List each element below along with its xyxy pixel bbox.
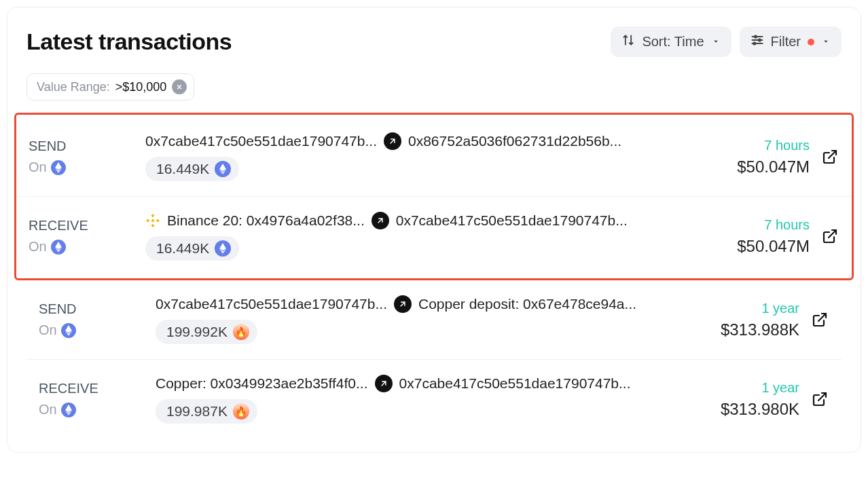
usd-value: $313.988K <box>691 320 799 339</box>
from-address[interactable]: Binance 20: 0x4976a4a02f38... <box>167 212 365 229</box>
chain-indicator: On <box>39 402 147 417</box>
from-address[interactable]: 0x7cabe417c50e551dae1790747b... <box>145 133 377 149</box>
external-link-button[interactable] <box>818 149 842 165</box>
svg-rect-9 <box>156 219 160 222</box>
transaction-row: SEND On 0x7cabe417c50e551dae1790747b... … <box>16 117 852 197</box>
filter-active-indicator <box>808 39 814 45</box>
external-link-button[interactable] <box>818 228 842 244</box>
eth-token-icon <box>215 240 231 257</box>
active-filters-row: Value Range: >$10,000 <box>26 73 842 100</box>
filter-button[interactable]: Filter <box>740 26 842 57</box>
page-title: Latest transactions <box>26 29 232 55</box>
transactions-card: Latest transactions Sort: Time <box>7 7 861 453</box>
highlighted-transactions: SEND On 0x7cabe417c50e551dae1790747b... … <box>14 113 854 280</box>
external-link-button[interactable] <box>808 312 832 328</box>
sliders-icon <box>751 33 764 50</box>
from-address[interactable]: Copper: 0x0349923ae2b35ff4f0... <box>156 375 368 392</box>
value-column: 7 hours $50.047M <box>701 138 810 176</box>
header-row: Latest transactions Sort: Time <box>26 26 842 57</box>
ethereum-icon <box>51 240 66 255</box>
fire-token-icon: 🔥 <box>233 324 249 340</box>
chevron-down-icon <box>711 34 721 50</box>
time-ago: 7 hours <box>701 217 810 233</box>
time-ago: 7 hours <box>701 138 810 153</box>
time-ago: 1 year <box>691 380 799 396</box>
svg-point-1 <box>754 35 756 37</box>
eth-token-icon <box>215 161 231 177</box>
value-column: 1 year $313.988K <box>691 301 799 339</box>
transaction-row: RECEIVE On Binance 20: 0x4976a4a02f38... <box>16 197 852 276</box>
svg-point-3 <box>758 39 760 41</box>
header-actions: Sort: Time Filter <box>611 26 842 57</box>
transaction-type: SEND <box>39 301 147 317</box>
chain-indicator: On <box>39 322 147 338</box>
sort-icon <box>621 33 635 50</box>
amount-value: 199.992K <box>166 324 228 340</box>
transaction-type-column: RECEIVE On <box>39 381 147 417</box>
address-line: Copper: 0x0349923ae2b35ff4f0... 0x7cabe4… <box>156 375 683 392</box>
address-line: Binance 20: 0x4976a4a02f38... 0x7cabe417… <box>145 212 693 229</box>
amount-value: 16.449K <box>156 161 209 177</box>
to-address[interactable]: 0x86752a5036f062731d22b56b... <box>408 133 621 149</box>
addresses-column: 0x7cabe417c50e551dae1790747b... Copper d… <box>156 295 683 344</box>
chevron-down-icon <box>821 34 831 50</box>
ethereum-icon <box>51 160 66 175</box>
transaction-type: RECEIVE <box>29 218 137 233</box>
ethereum-icon <box>61 403 76 417</box>
chain-label: On <box>29 239 47 255</box>
chain-label: On <box>39 322 57 338</box>
binance-icon <box>145 213 160 228</box>
sort-button[interactable]: Sort: Time <box>611 26 731 57</box>
transaction-type: SEND <box>29 138 137 154</box>
svg-rect-8 <box>146 219 149 222</box>
amount-pill: 16.449K <box>145 157 239 181</box>
amount-pill: 16.449K <box>145 236 239 261</box>
value-range-filter-chip[interactable]: Value Range: >$10,000 <box>26 73 194 100</box>
usd-value: $313.980K <box>691 400 799 419</box>
amount-value: 199.987K <box>166 403 228 419</box>
to-address[interactable]: 0x7cabe417c50e551dae1790747b... <box>399 375 631 392</box>
arrow-icon <box>394 295 412 313</box>
addresses-column: 0x7cabe417c50e551dae1790747b... 0x86752a… <box>145 132 693 181</box>
transaction-type: RECEIVE <box>39 381 147 396</box>
svg-rect-7 <box>151 224 154 227</box>
chain-label: On <box>39 402 57 417</box>
time-ago: 1 year <box>691 301 799 316</box>
transaction-row: SEND On 0x7cabe417c50e551dae1790747b... … <box>26 280 842 360</box>
value-column: 7 hours $50.047M <box>701 217 810 256</box>
chain-label: On <box>29 160 47 175</box>
remove-filter-icon[interactable] <box>172 79 187 94</box>
svg-point-5 <box>753 42 755 44</box>
chain-indicator: On <box>29 160 137 175</box>
arrow-icon <box>384 132 401 150</box>
transaction-type-column: RECEIVE On <box>29 218 137 255</box>
external-link-button[interactable] <box>808 391 832 407</box>
transaction-type-column: SEND On <box>29 138 137 175</box>
sort-button-label: Sort: Time <box>642 34 704 50</box>
amount-pill: 199.987K 🔥 <box>156 399 257 424</box>
ethereum-icon <box>61 323 76 338</box>
transaction-row: RECEIVE On Copper: 0x0349923ae2b35ff4f0.… <box>26 360 842 438</box>
usd-value: $50.047M <box>701 157 810 176</box>
chain-indicator: On <box>29 239 137 255</box>
amount-value: 16.449K <box>156 240 209 257</box>
filter-chip-label: Value Range: <box>37 80 110 94</box>
filter-chip-value: >$10,000 <box>115 80 167 94</box>
address-line: 0x7cabe417c50e551dae1790747b... Copper d… <box>156 295 683 313</box>
amount-pill: 199.992K 🔥 <box>156 320 257 344</box>
transaction-type-column: SEND On <box>39 301 147 338</box>
addresses-column: Binance 20: 0x4976a4a02f38... 0x7cabe417… <box>145 212 693 261</box>
svg-rect-6 <box>151 214 154 217</box>
address-line: 0x7cabe417c50e551dae1790747b... 0x86752a… <box>145 132 693 150</box>
value-column: 1 year $313.980K <box>691 380 799 419</box>
fire-token-icon: 🔥 <box>233 403 249 419</box>
arrow-icon <box>372 212 389 229</box>
filter-button-label: Filter <box>771 34 801 50</box>
to-address[interactable]: Copper deposit: 0x67e478ce94a... <box>418 296 636 312</box>
addresses-column: Copper: 0x0349923ae2b35ff4f0... 0x7cabe4… <box>156 375 683 424</box>
arrow-icon <box>375 375 393 392</box>
to-address[interactable]: 0x7cabe417c50e551dae1790747b... <box>396 212 628 229</box>
from-address[interactable]: 0x7cabe417c50e551dae1790747b... <box>156 296 387 312</box>
svg-rect-10 <box>151 219 154 222</box>
usd-value: $50.047M <box>701 237 810 256</box>
